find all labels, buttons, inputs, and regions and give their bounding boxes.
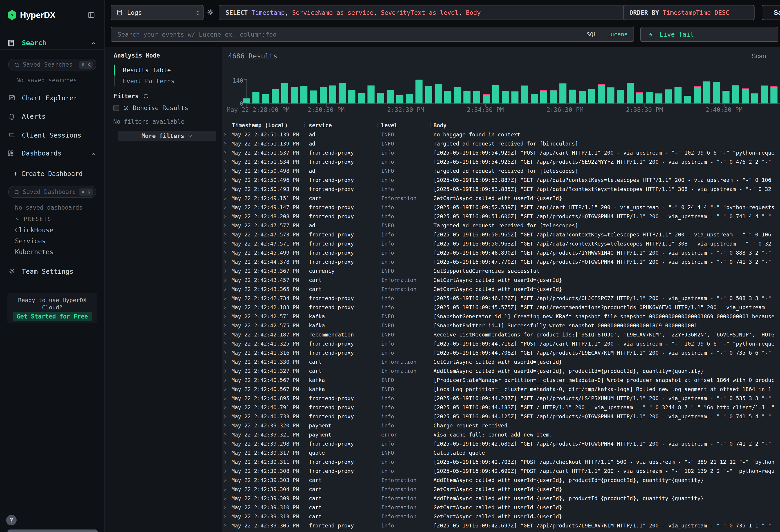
sidebar-item-chart-explorer[interactable]: Chart Explorer xyxy=(0,88,105,107)
expand-chevron-icon[interactable] xyxy=(223,359,228,365)
column-header-level[interactable]: level xyxy=(381,122,397,129)
table-row[interactable]: May 22 2:42:39.305 PM frontend-proxy inf… xyxy=(222,530,780,532)
expand-chevron-icon[interactable] xyxy=(223,250,228,255)
column-header-service[interactable]: service xyxy=(309,122,332,129)
live-tail-button[interactable]: Live Tail xyxy=(640,27,778,42)
expand-chevron-icon[interactable] xyxy=(223,132,228,137)
chevron-up-icon[interactable] xyxy=(91,41,96,46)
expand-chevron-icon[interactable] xyxy=(223,187,228,192)
expand-chevron-icon[interactable] xyxy=(223,432,228,437)
expand-chevron-icon[interactable] xyxy=(223,332,228,337)
expand-chevron-icon[interactable] xyxy=(223,178,228,183)
query-language-toggle[interactable]: SQL | Lucene xyxy=(586,31,628,38)
denoise-results-option[interactable]: Denoise Results xyxy=(113,104,188,111)
expand-chevron-icon[interactable] xyxy=(223,460,228,465)
expand-chevron-icon[interactable] xyxy=(223,405,228,410)
table-row[interactable]: May 22 2:42:39.313 PM cart Information G… xyxy=(222,512,780,521)
search-input[interactable] xyxy=(117,31,586,38)
expand-chevron-icon[interactable] xyxy=(223,287,228,292)
table-row[interactable]: May 22 2:42:50.496 PM frontend-proxy inf… xyxy=(222,176,780,185)
lang-lucene[interactable]: Lucene xyxy=(607,31,628,38)
saved-dashboards-input[interactable] xyxy=(23,187,75,196)
expand-chevron-icon[interactable] xyxy=(223,141,228,146)
save-button[interactable]: Sa xyxy=(762,5,780,20)
table-row[interactable]: May 22 2:42:42.571 PM kafka INFO [Snapsh… xyxy=(222,312,780,321)
table-row[interactable]: May 22 2:42:51.537 PM frontend-proxy inf… xyxy=(222,148,780,157)
expand-chevron-icon[interactable] xyxy=(223,505,228,510)
expand-chevron-icon[interactable] xyxy=(223,523,228,528)
expand-chevron-icon[interactable] xyxy=(223,514,228,519)
table-row[interactable]: May 22 2:42:50.498 PM ad INFO Targeted a… xyxy=(222,166,780,176)
expand-chevron-icon[interactable] xyxy=(223,269,228,274)
expand-chevron-icon[interactable] xyxy=(223,478,228,483)
expand-chevron-icon[interactable] xyxy=(223,450,228,455)
source-select[interactable]: Logs xyxy=(111,5,203,20)
more-filters-button[interactable]: More filters xyxy=(118,131,216,141)
saved-searches-input[interactable] xyxy=(23,60,75,69)
table-row[interactable]: May 22 2:42:45.499 PM frontend-proxy inf… xyxy=(222,248,780,257)
column-drag-handle-icon[interactable]: ⋮ xyxy=(427,121,433,128)
chevron-up-icon[interactable] xyxy=(91,151,96,157)
expand-chevron-icon[interactable] xyxy=(223,378,228,383)
create-dashboard-button[interactable]: + Create Dashboard xyxy=(14,170,83,178)
collapse-sidebar-icon[interactable] xyxy=(87,11,95,19)
table-row[interactable]: May 22 2:42:40.895 PM frontend-proxy inf… xyxy=(222,394,780,403)
table-row[interactable]: May 22 2:42:39.304 PM cart Information G… xyxy=(222,485,780,494)
lucene-search-bar[interactable]: SQL | Lucene xyxy=(111,27,634,42)
table-row[interactable]: May 22 2:42:42.183 PM frontend-proxy inf… xyxy=(222,303,780,312)
expand-chevron-icon[interactable] xyxy=(223,241,228,246)
mode-results-table[interactable]: Results Table xyxy=(123,64,171,76)
presets-toggle[interactable]: PRESETS xyxy=(15,216,51,222)
table-row[interactable]: May 22 2:42:39.311 PM frontend-proxy inf… xyxy=(222,457,780,467)
expand-chevron-icon[interactable] xyxy=(223,296,228,301)
sidebar-item-team-settings[interactable]: Team Settings xyxy=(0,262,105,280)
expand-chevron-icon[interactable] xyxy=(223,396,228,401)
expand-chevron-icon[interactable] xyxy=(223,232,228,237)
table-row[interactable]: May 22 2:42:39.308 PM frontend-proxy inf… xyxy=(222,467,780,476)
table-row[interactable]: May 22 2:42:50.493 PM frontend-proxy inf… xyxy=(222,185,780,194)
table-row[interactable]: May 22 2:42:41.316 PM frontend-proxy inf… xyxy=(222,348,780,357)
table-row[interactable]: May 22 2:42:47.571 PM frontend-proxy inf… xyxy=(222,239,780,248)
table-row[interactable]: May 22 2:42:42.575 PM kafka INFO [Snapsh… xyxy=(222,321,780,330)
table-row[interactable]: May 22 2:42:41.327 PM cart Information A… xyxy=(222,367,780,376)
expand-chevron-icon[interactable] xyxy=(223,423,228,428)
preset-services[interactable]: Services xyxy=(15,237,46,245)
column-drag-handle-icon[interactable]: ⋮ xyxy=(302,121,307,128)
expand-chevron-icon[interactable] xyxy=(223,387,228,392)
table-row[interactable]: May 22 2:42:39.317 PM quote INFO Calcula… xyxy=(222,448,780,457)
table-row[interactable]: May 22 2:42:42.734 PM frontend-proxy inf… xyxy=(222,294,780,303)
expand-chevron-icon[interactable] xyxy=(223,369,228,374)
table-row[interactable]: May 22 2:42:39.321 PM payment error Visa… xyxy=(222,430,780,439)
saved-dashboards-search[interactable]: ⌘ K xyxy=(8,186,96,198)
expand-chevron-icon[interactable] xyxy=(223,205,228,210)
table-row[interactable]: May 22 2:42:51.139 PM ad INFO Targeted a… xyxy=(222,139,780,148)
table-row[interactable]: May 22 2:42:42.187 PM recommendation INF… xyxy=(222,330,780,339)
column-drag-handle-icon[interactable]: ⋮ xyxy=(374,121,380,128)
expand-chevron-icon[interactable] xyxy=(223,150,228,155)
expand-chevron-icon[interactable] xyxy=(223,441,228,446)
expand-chevron-icon[interactable] xyxy=(223,259,228,264)
table-row[interactable]: May 22 2:42:39.303 PM cart Information A… xyxy=(222,476,780,485)
expand-chevron-icon[interactable] xyxy=(223,350,228,355)
sidebar-item-alerts[interactable]: Alerts xyxy=(0,107,105,125)
table-row[interactable]: May 22 2:42:40.567 PM kafka INFO [Produc… xyxy=(222,376,780,385)
events-histogram[interactable]: 140 0 May 22 2:28:00 PM2:30:30 PM2:32:30… xyxy=(222,60,780,99)
table-row[interactable]: May 22 2:42:47.573 PM frontend-proxy inf… xyxy=(222,230,780,239)
refresh-icon[interactable] xyxy=(143,93,149,99)
column-header-body[interactable]: Body xyxy=(433,122,447,129)
table-row[interactable]: May 22 2:42:49.151 PM cart Information G… xyxy=(222,194,780,203)
table-row[interactable]: May 22 2:42:40.733 PM frontend-proxy inf… xyxy=(222,412,780,421)
table-row[interactable]: May 22 2:42:43.367 PM currency INFO GetS… xyxy=(222,267,780,276)
expand-chevron-icon[interactable] xyxy=(223,214,228,219)
expand-chevron-icon[interactable] xyxy=(223,341,228,346)
expand-chevron-icon[interactable] xyxy=(223,196,228,201)
mode-event-patterns[interactable]: Event Patterns xyxy=(123,76,175,86)
table-row[interactable]: May 22 2:42:39.305 PM frontend-proxy inf… xyxy=(222,521,780,530)
preset-clickhouse[interactable]: ClickHouse xyxy=(15,227,53,234)
table-row[interactable]: May 22 2:42:48.208 PM frontend-proxy inf… xyxy=(222,212,780,221)
get-started-button[interactable]: Get Started for Free xyxy=(13,312,92,321)
table-row[interactable]: May 22 2:42:40.567 PM kafka INFO [LocalL… xyxy=(222,385,780,394)
expand-chevron-icon[interactable] xyxy=(223,469,228,474)
sidebar-item-client-sessions[interactable]: Client Sessions xyxy=(0,126,105,144)
expand-chevron-icon[interactable] xyxy=(223,414,228,419)
